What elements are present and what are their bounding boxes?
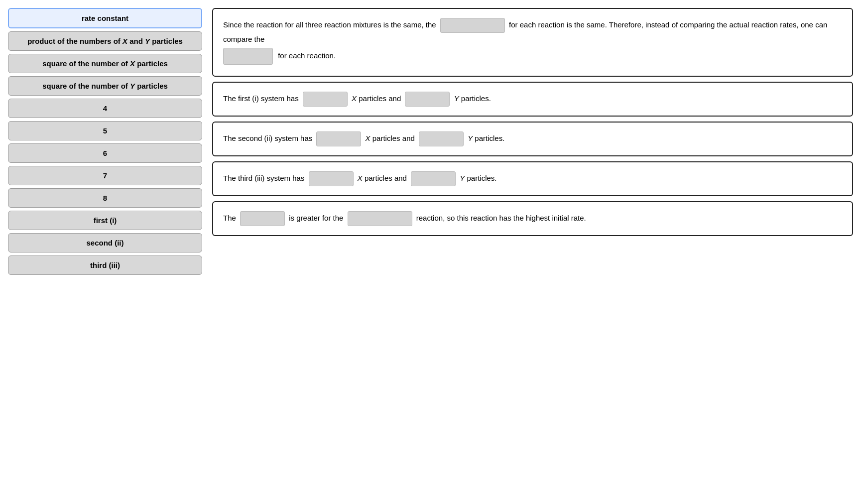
card3-text-end: Y particles. [468,133,504,142]
card-1: Since the reaction for all three reactio… [212,8,853,77]
sidebar-item-label: 7 [103,171,107,180]
card3-blank-y[interactable] [419,131,464,146]
card4-blank-x[interactable] [309,171,354,186]
card1-blank1[interactable] [440,18,505,33]
card5-text-mid: is greater for the [289,213,343,222]
card2-text-mid: X particles and [352,94,401,102]
sidebar-item-rate-constant[interactable]: rate constant [8,8,202,28]
card5-text-end: reaction, so this reaction has the highe… [416,213,586,222]
sidebar-item-label: 5 [103,126,107,135]
card3-text-mid: X particles and [366,133,415,142]
sidebar-item-product-xy[interactable]: product of the numbers of X and Y partic… [8,31,202,51]
card2-text: The first (i) system has [223,94,299,102]
card2-text-end: Y particles. [454,94,491,102]
sidebar-item-8[interactable]: 8 [8,188,202,208]
sidebar-item-label: third (iii) [90,261,120,269]
card1-blank2[interactable] [223,48,273,65]
sidebar-item-label: square of the number of Y particles [42,82,168,90]
card4-text-end: Y particles. [460,173,496,182]
card4-blank-y[interactable] [411,171,456,186]
sidebar-item-label: first (i) [94,216,117,225]
sidebar-item-square-y[interactable]: square of the number of Y particles [8,76,202,96]
sidebar: rate constant product of the numbers of … [8,8,202,496]
sidebar-item-6[interactable]: 6 [8,143,202,163]
card4-text: The third (iii) system has [223,173,304,182]
sidebar-item-third-iii[interactable]: third (iii) [8,255,202,275]
card-2: The first (i) system has X particles and… [212,82,853,117]
card3-blank-x[interactable] [316,131,361,146]
card5-text-start: The [223,213,236,222]
card2-blank-x[interactable] [303,92,348,107]
card1-text-before: Since the reaction for all three reactio… [223,20,436,29]
card-3: The second (ii) system has X particles a… [212,122,853,156]
sidebar-item-5[interactable]: 5 [8,121,202,140]
card5-blank1[interactable] [240,211,285,226]
card3-text: The second (ii) system has [223,133,312,142]
sidebar-item-label: rate constant [82,14,128,22]
sidebar-item-7[interactable]: 7 [8,166,202,185]
sidebar-item-4[interactable]: 4 [8,99,202,118]
sidebar-item-label: second (ii) [86,239,123,247]
content-area: Since the reaction for all three reactio… [212,8,853,496]
sidebar-item-first-i[interactable]: first (i) [8,211,202,230]
sidebar-item-label: product of the numbers of X and Y partic… [27,37,183,45]
sidebar-item-label: 6 [103,149,107,157]
sidebar-item-second-ii[interactable]: second (ii) [8,233,202,252]
sidebar-item-label: 8 [103,194,107,202]
card1-text-after2: for each reaction. [278,51,336,59]
sidebar-item-square-x[interactable]: square of the number of X particles [8,54,202,73]
card-4: The third (iii) system has X particles a… [212,161,853,196]
card4-text-mid: X particles and [358,173,407,182]
sidebar-item-label: square of the number of X particles [42,59,168,68]
card5-blank2[interactable] [348,211,412,226]
card-5: The is greater for the reaction, so this… [212,201,853,236]
sidebar-item-label: 4 [103,104,107,113]
card2-blank-y[interactable] [405,92,450,107]
